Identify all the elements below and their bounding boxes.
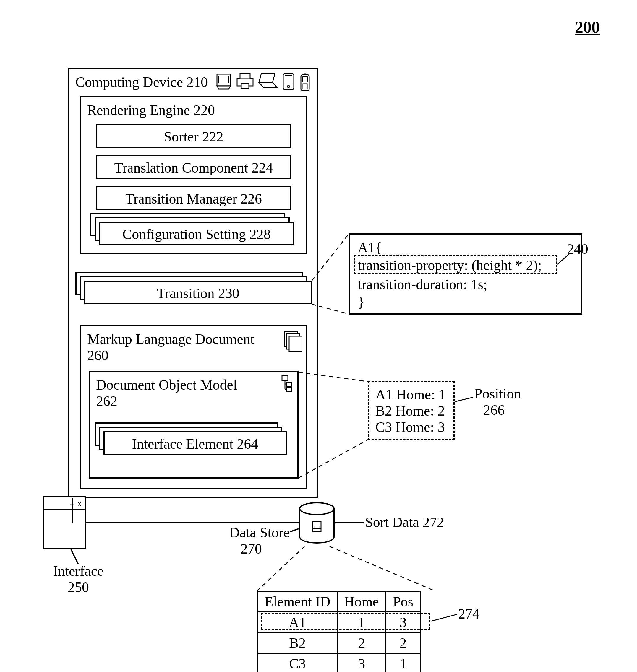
position-row-2: C3 Home: 3 — [376, 419, 445, 435]
svg-point-26 — [300, 503, 334, 515]
svg-line-45 — [71, 549, 78, 564]
code-ref-240: 240 — [567, 241, 588, 257]
data-store-label-2: 270 — [213, 541, 290, 557]
svg-marker-6 — [259, 74, 275, 82]
laptop-icon — [258, 72, 278, 90]
sort-table-row-1: B2 2 2 — [258, 633, 420, 653]
interface-window: – x — [43, 496, 86, 549]
pda-icon — [282, 72, 295, 91]
svg-point-10 — [287, 86, 290, 88]
rendering-engine-title: Rendering Engine 220 — [87, 102, 215, 118]
markup-document-title-1: Markup Language Document — [87, 331, 254, 347]
svg-rect-18 — [282, 376, 288, 380]
svg-marker-7 — [259, 82, 277, 88]
dom-title-1: Document Object Model — [96, 377, 237, 393]
sort-data-label: Sort Data 272 — [365, 514, 444, 530]
interface-titlebar: – x — [44, 498, 85, 510]
svg-rect-9 — [285, 75, 292, 84]
markup-document-title-2: 260 — [87, 347, 108, 363]
sort-table-header-0: Element ID — [258, 591, 338, 612]
svg-rect-2 — [219, 76, 229, 83]
interface-label-2: 250 — [49, 579, 108, 595]
sort-table-header-2: Pos — [386, 591, 420, 612]
interface-label-1: Interface — [49, 563, 108, 579]
phone-icon — [299, 72, 311, 92]
svg-line-38 — [431, 614, 457, 621]
data-store-label-1: Data Store — [213, 524, 290, 541]
device-icons-row — [216, 72, 311, 92]
svg-rect-4 — [240, 74, 250, 79]
code-line-3: transition-duration: 1s; — [358, 276, 488, 293]
svg-marker-1 — [217, 86, 231, 89]
tree-icon — [278, 375, 293, 396]
svg-rect-5 — [241, 83, 249, 88]
sort-table-row-2: C3 3 1 — [258, 653, 420, 672]
interface-element-label: Interface Element 264 — [104, 436, 287, 452]
sorter-label: Sorter 222 — [96, 129, 291, 145]
sort-table-header-row: Element ID Home Pos — [258, 591, 420, 612]
config-setting-label: Configuration Setting 228 — [99, 226, 294, 242]
svg-rect-21 — [287, 382, 291, 386]
position-row-0: A1 Home: 1 — [376, 386, 445, 403]
data-store-icon — [298, 502, 335, 548]
code-highlight-240 — [354, 255, 558, 274]
sort-table-row-ref: 274 — [458, 605, 479, 622]
code-line-1: A1{ — [358, 239, 382, 256]
svg-line-37 — [330, 546, 435, 591]
sort-table-row-highlight — [261, 613, 430, 630]
sort-table-header-1: Home — [337, 591, 386, 612]
svg-rect-27 — [313, 522, 321, 532]
svg-line-43 — [290, 529, 298, 532]
desktop-icon — [216, 72, 232, 90]
computing-device-title: Computing Device 210 — [75, 74, 208, 90]
code-line-4: } — [358, 294, 364, 310]
document-stack-icon — [283, 330, 302, 353]
translation-component-label: Translation Component 224 — [96, 160, 291, 176]
transition-label: Transition 230 — [84, 285, 312, 301]
printer-icon — [236, 72, 254, 90]
svg-rect-12 — [303, 76, 307, 82]
position-label-2: 266 — [483, 402, 505, 418]
svg-rect-24 — [287, 388, 291, 392]
figure-number: 200 — [575, 18, 600, 37]
dom-title-2: 262 — [96, 393, 117, 409]
svg-line-35 — [455, 397, 473, 402]
position-row-1: B2 Home: 2 — [376, 403, 445, 419]
sort-table: Element ID Home Pos A1 1 3 B2 2 2 C3 3 1 — [257, 591, 421, 672]
position-label-1: Position — [474, 386, 521, 402]
transition-manager-label: Transition Manager 226 — [96, 190, 291, 207]
svg-rect-17 — [289, 336, 302, 352]
